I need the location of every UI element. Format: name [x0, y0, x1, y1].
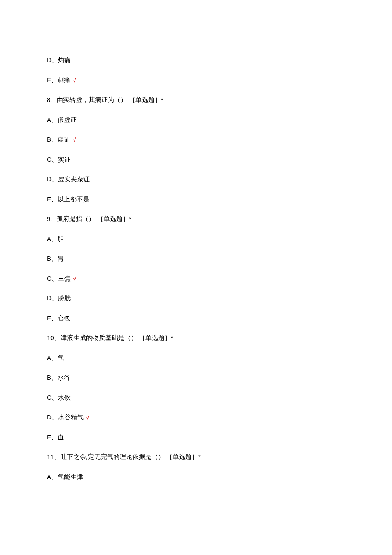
line-text: D、膀胱: [47, 294, 71, 302]
text-line: C、实证: [47, 155, 345, 165]
text-line: A、气: [47, 353, 345, 363]
text-line: E、心包: [47, 314, 345, 323]
line-text: B、虚证: [47, 136, 70, 143]
text-line: D、膀胱: [47, 293, 345, 303]
line-text: B、胃: [47, 255, 64, 262]
line-text: D、虚实夹杂证: [47, 175, 90, 183]
line-text: A、胆: [47, 235, 64, 242]
text-line: B、虚证 √: [47, 135, 345, 145]
text-line: E、刺痛 √: [47, 76, 345, 85]
line-text: B、水谷: [47, 374, 70, 381]
line-text: E、以上都不是: [47, 195, 89, 203]
text-line: 8、由实转虚，其病证为（） ［单选题］*: [47, 95, 345, 105]
line-text: A、气: [47, 354, 64, 361]
line-text: E、血: [47, 433, 64, 441]
line-text: 9、孤府是指（） ［单选题］*: [47, 215, 131, 222]
text-line: C、水饮: [47, 393, 345, 403]
line-text: D、水谷精气: [47, 413, 84, 421]
text-line: E、血: [47, 433, 345, 442]
checkmark-icon: √: [71, 77, 76, 84]
line-text: A、气能生津: [47, 473, 83, 480]
line-text: 8、由实转虚，其病证为（） ［单选题］*: [47, 96, 163, 103]
line-text: E、心包: [47, 314, 70, 322]
text-line: A、胆: [47, 234, 345, 244]
text-line: E、以上都不是: [47, 195, 345, 204]
text-line: A、气能生津: [47, 472, 345, 482]
line-text: A、假虚证: [47, 116, 77, 123]
text-line: C、三焦 √: [47, 274, 345, 284]
text-line: A、假虚证: [47, 115, 345, 125]
line-text: 10、津液生成的物质基础是（） ［单选题］*: [47, 334, 173, 341]
line-text: 11、吐下之余,定无完气的理论依据是（） ［单选题］*: [47, 453, 201, 460]
text-line: D、虚实夹杂证: [47, 174, 345, 184]
checkmark-icon: √: [72, 275, 77, 282]
line-text: C、三焦: [47, 275, 71, 282]
text-line: 10、津液生成的物质基础是（） ［单选题］*: [47, 333, 345, 343]
text-line: B、胃: [47, 254, 345, 264]
line-text: C、实证: [47, 156, 71, 163]
text-line: D、水谷精气 √: [47, 413, 345, 422]
checkmark-icon: √: [84, 414, 89, 421]
checkmark-icon: √: [71, 136, 76, 143]
line-text: D、灼痛: [47, 56, 71, 64]
line-text: C、水饮: [47, 394, 71, 401]
text-line: 9、孤府是指（） ［单选题］*: [47, 214, 345, 224]
text-line: B、水谷: [47, 373, 345, 383]
line-text: E、刺痛: [47, 76, 70, 84]
text-line: 11、吐下之余,定无完气的理论依据是（） ［单选题］*: [47, 452, 345, 462]
text-line: D、灼痛: [47, 55, 345, 65]
